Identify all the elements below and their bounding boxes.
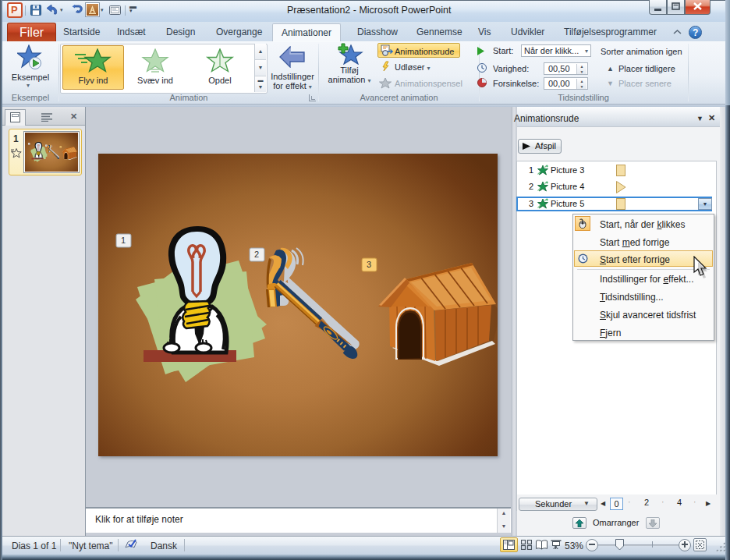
svg-text:1: 1	[121, 236, 126, 245]
svg-text:2: 2	[254, 250, 259, 259]
svg-text:3: 3	[367, 260, 371, 269]
